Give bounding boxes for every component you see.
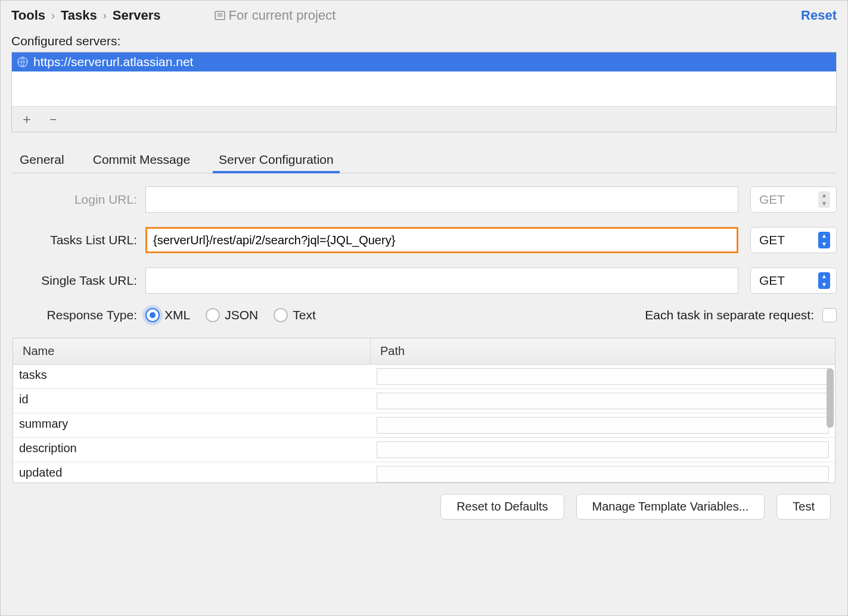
add-server-button[interactable]: ＋: [20, 110, 33, 128]
tasks-list-url-input[interactable]: [145, 227, 738, 253]
separate-request-label: Each task in separate request:: [645, 308, 814, 322]
tab-commit-message[interactable]: Commit Message: [91, 148, 192, 173]
table-row[interactable]: summary: [13, 413, 835, 438]
tasks-list-url-method-select[interactable]: GET ▲▼: [750, 227, 837, 253]
scrollbar-thumb[interactable]: [827, 368, 834, 428]
path-input[interactable]: [377, 368, 829, 385]
single-task-url-label: Single Task URL:: [11, 273, 145, 288]
table-header-name[interactable]: Name: [13, 338, 371, 364]
single-task-url-input[interactable]: [145, 267, 738, 294]
radio-dot-icon: [206, 308, 220, 322]
path-input[interactable]: [377, 393, 829, 409]
table-cell-path: [371, 413, 835, 437]
server-list-item[interactable]: https://serverurl.atlassian.net: [12, 52, 836, 71]
reset-to-defaults-button[interactable]: Reset to Defaults: [440, 494, 564, 519]
configured-servers-panel: https://serverurl.atlassian.net ＋ －: [11, 52, 837, 132]
table-row[interactable]: description: [13, 438, 835, 462]
configured-servers-label: Configured servers:: [11, 34, 837, 48]
breadcrumb: Tools › Tasks › Servers: [11, 8, 161, 23]
reset-link[interactable]: Reset: [801, 8, 837, 23]
server-list-empty-area[interactable]: [12, 71, 836, 106]
stepper-icon: ▲▼: [818, 272, 830, 289]
table-cell-path: [371, 438, 835, 462]
response-type-xml[interactable]: XML: [145, 308, 190, 322]
response-type-text[interactable]: Text: [274, 308, 316, 322]
login-url-method-select[interactable]: GET ▲▼: [750, 186, 837, 213]
table-cell-path: [371, 462, 835, 483]
project-icon: [215, 10, 225, 21]
response-type-label: Response Type:: [11, 308, 145, 322]
login-url-label: Login URL:: [11, 192, 145, 207]
breadcrumb-tools[interactable]: Tools: [11, 8, 45, 23]
breadcrumb-tasks[interactable]: Tasks: [61, 8, 97, 23]
table-cell-name[interactable]: summary: [13, 413, 371, 437]
table-cell-name[interactable]: description: [13, 438, 371, 462]
radio-dot-icon: [145, 308, 160, 322]
server-url-text: https://serverurl.atlassian.net: [33, 55, 193, 69]
table-cell-path: [371, 365, 835, 388]
table-cell-name[interactable]: id: [13, 389, 371, 413]
manage-template-variables-button[interactable]: Manage Template Variables...: [576, 494, 765, 519]
server-list-toolbar: ＋ －: [12, 106, 836, 132]
path-input[interactable]: [377, 466, 829, 483]
table-row[interactable]: tasks: [13, 365, 835, 389]
tab-server-configuration[interactable]: Server Configuration: [216, 148, 336, 173]
svg-rect-1: [217, 14, 222, 15]
project-scope-label: For current project: [215, 8, 336, 23]
table-row[interactable]: id: [13, 389, 835, 413]
svg-rect-2: [217, 15, 222, 17]
login-url-input[interactable]: [145, 186, 738, 213]
stepper-icon: ▲▼: [818, 232, 830, 248]
radio-dot-icon: [274, 308, 288, 322]
remove-server-button[interactable]: －: [46, 110, 60, 128]
test-button[interactable]: Test: [776, 494, 831, 519]
table-cell-name[interactable]: updated: [13, 462, 371, 483]
single-task-url-method-select[interactable]: GET ▲▼: [750, 267, 837, 294]
table-row[interactable]: updated: [13, 462, 835, 483]
stepper-icon: ▲▼: [818, 191, 830, 208]
table-cell-path: [371, 389, 835, 413]
response-type-json[interactable]: JSON: [206, 308, 258, 322]
table-header-path[interactable]: Path: [371, 338, 835, 364]
path-input[interactable]: [377, 441, 829, 458]
separate-request-checkbox[interactable]: [822, 308, 837, 322]
table-cell-name[interactable]: tasks: [13, 365, 371, 388]
chevron-right-icon: ›: [51, 10, 55, 22]
breadcrumb-servers[interactable]: Servers: [113, 8, 161, 23]
path-input[interactable]: [377, 417, 829, 434]
selectors-table: Name Path tasksidsummarydescriptionupdat…: [13, 338, 835, 483]
config-tabs: General Commit Message Server Configurat…: [11, 148, 837, 173]
tasks-list-url-label: Tasks List URL:: [11, 233, 145, 247]
globe-icon: [17, 56, 29, 68]
tab-general[interactable]: General: [17, 148, 67, 173]
chevron-right-icon: ›: [103, 10, 107, 22]
response-type-group: XML JSON Text: [145, 308, 316, 322]
